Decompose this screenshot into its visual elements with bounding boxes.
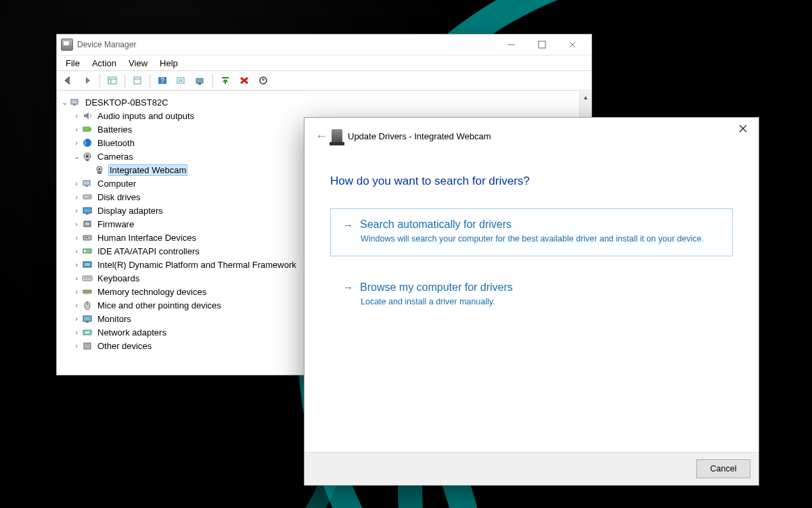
ud-footer: Cancel: [304, 452, 759, 485]
ud-heading: How do you want to search for drivers?: [330, 175, 733, 188]
svg-rect-53: [86, 321, 89, 323]
category-icon: [81, 151, 93, 162]
svg-point-33: [89, 196, 90, 198]
back-button[interactable]: ←: [311, 129, 332, 143]
ud-title: Update Drivers - Integrated Webcam: [348, 131, 491, 141]
category-icon: [81, 259, 93, 270]
device-icon: [332, 129, 342, 143]
category-icon: [81, 124, 93, 135]
option-browse-computer[interactable]: → Browse my computer for drivers Locate …: [330, 271, 733, 319]
properties-button[interactable]: [129, 72, 146, 89]
category-label: Computer: [96, 179, 137, 189]
close-button[interactable]: [557, 34, 587, 55]
category-icon: ?: [81, 340, 93, 351]
dm-title: Device Manager: [77, 40, 136, 49]
category-icon: [81, 246, 93, 256]
update-driver-button[interactable]: [191, 72, 209, 89]
nav-forward-button[interactable]: [78, 72, 96, 89]
svg-point-23: [83, 139, 91, 147]
category-label: Cameras: [96, 152, 135, 162]
help-button[interactable]: ?: [154, 72, 171, 89]
svg-rect-44: [85, 263, 90, 266]
category-icon: [81, 205, 93, 216]
svg-rect-49: [84, 293, 91, 294]
option-desc: Windows will search your computer for th…: [361, 233, 720, 245]
dm-titlebar[interactable]: Device Manager: [57, 34, 591, 55]
cancel-button[interactable]: Cancel: [696, 459, 750, 478]
update-drivers-dialog: ← Update Drivers - Integrated Webcam How…: [304, 117, 759, 486]
category-icon: [81, 137, 93, 148]
svg-point-40: [87, 237, 88, 238]
category-label: Bluetooth: [96, 138, 136, 148]
category-label: Firmware: [96, 219, 135, 229]
svg-rect-34: [83, 208, 91, 213]
category-icon: [81, 218, 93, 229]
dm-toolbar: ?: [57, 70, 591, 91]
svg-rect-31: [85, 185, 88, 187]
svg-rect-32: [83, 195, 91, 199]
webcam-icon: [93, 164, 106, 175]
root-label: DESKTOP-0BST82C: [84, 97, 170, 108]
arrow-right-icon: →: [343, 281, 353, 293]
svg-rect-22: [90, 129, 91, 130]
svg-rect-37: [85, 223, 89, 225]
category-label: IDE ATA/ATAPI controllers: [96, 246, 201, 256]
menu-action[interactable]: Action: [87, 57, 121, 70]
ud-header: ← Update Drivers - Integrated Webcam: [304, 118, 759, 154]
svg-rect-12: [179, 79, 183, 82]
category-icon: [81, 232, 93, 243]
option-search-automatically[interactable]: → Search automatically for drivers Windo…: [330, 208, 733, 256]
device-label: Integrated Webcam: [108, 164, 187, 176]
svg-rect-26: [86, 160, 89, 161]
svg-rect-29: [97, 172, 102, 174]
svg-rect-30: [83, 181, 90, 185]
menu-view[interactable]: View: [124, 57, 152, 70]
dialog-close-button[interactable]: [727, 118, 759, 139]
menu-help[interactable]: Help: [155, 57, 183, 70]
enable-device-button[interactable]: [217, 72, 234, 89]
category-icon: [81, 286, 93, 297]
dm-menubar: File Action View Help: [57, 55, 591, 70]
svg-rect-20: [73, 104, 76, 106]
svg-point-28: [99, 168, 101, 170]
category-label: Network adapters: [96, 327, 168, 338]
svg-text:?: ?: [160, 77, 164, 85]
svg-point-39: [85, 237, 86, 238]
category-icon: [81, 300, 93, 310]
svg-rect-42: [84, 250, 86, 252]
svg-rect-48: [83, 290, 91, 293]
scan-hardware-button[interactable]: [173, 72, 190, 89]
svg-rect-4: [108, 77, 116, 84]
option-desc: Locate and install a driver manually.: [361, 296, 720, 308]
nav-back-button[interactable]: [60, 72, 77, 89]
desktop: Device Manager File Action View Help: [0, 0, 812, 508]
device-manager-icon: [61, 39, 73, 51]
category-label: Display adapters: [96, 206, 164, 216]
show-hide-tree-button[interactable]: [104, 72, 121, 89]
category-label: Keyboards: [96, 273, 141, 283]
category-label: Mice and other pointing devices: [96, 300, 223, 310]
svg-rect-13: [196, 78, 203, 83]
svg-rect-55: [85, 331, 89, 333]
svg-rect-7: [134, 77, 141, 84]
option-title: Browse my computer for drivers: [360, 281, 513, 294]
tree-root[interactable]: ⌄DESKTOP-0BST82C: [58, 95, 578, 109]
category-label: Disk drives: [96, 192, 142, 202]
minimize-button[interactable]: [496, 34, 526, 55]
svg-rect-21: [83, 127, 90, 131]
menu-file[interactable]: File: [61, 57, 85, 70]
svg-rect-19: [71, 99, 78, 104]
scroll-up-icon[interactable]: ▲: [580, 91, 591, 103]
svg-point-25: [86, 155, 89, 158]
category-icon: [81, 191, 93, 202]
maximize-button[interactable]: [526, 34, 557, 55]
category-label: Human Interface Devices: [96, 233, 198, 243]
svg-rect-1: [539, 41, 545, 48]
arrow-right-icon: →: [343, 219, 353, 231]
uninstall-device-button[interactable]: [235, 72, 253, 89]
svg-rect-52: [83, 316, 91, 321]
category-label: Batteries: [96, 124, 133, 135]
category-icon: [81, 327, 93, 338]
category-label: Audio inputs and outputs: [96, 111, 196, 121]
disable-device-button[interactable]: [254, 72, 272, 89]
